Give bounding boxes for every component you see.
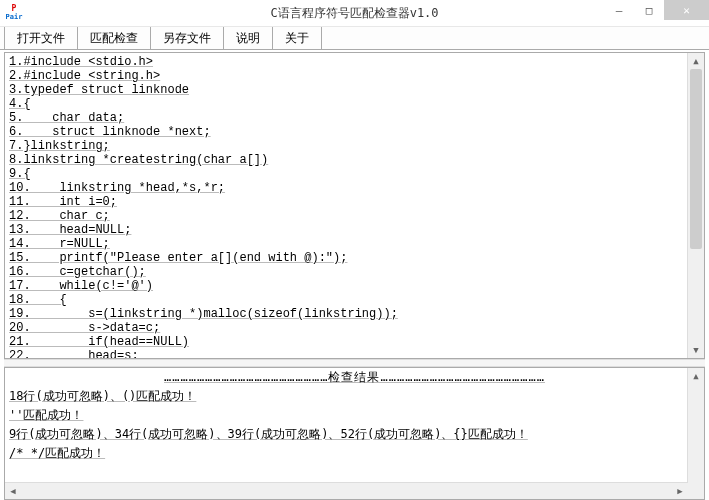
code-line: 4.{ bbox=[9, 97, 700, 111]
result-line: 18行(成功可忽略)、()匹配成功！ bbox=[5, 387, 704, 406]
code-line: 10. linkstring *head,*s,*r; bbox=[9, 181, 700, 195]
scroll-left-icon[interactable]: ◀ bbox=[5, 483, 21, 499]
maximize-button[interactable]: □ bbox=[634, 0, 664, 20]
menu-help[interactable]: 说明 bbox=[224, 27, 273, 49]
code-line: 17. while(c!='@') bbox=[9, 279, 700, 293]
vertical-scrollbar[interactable]: ▲ ▼ bbox=[687, 368, 704, 499]
close-button[interactable]: ✕ bbox=[664, 0, 709, 20]
code-panel: 1.#include <stdio.h>2.#include <string.h… bbox=[4, 52, 705, 359]
menu-check[interactable]: 匹配检查 bbox=[78, 27, 151, 49]
code-line: 7.}linkstring; bbox=[9, 139, 700, 153]
code-area[interactable]: 1.#include <stdio.h>2.#include <string.h… bbox=[5, 53, 704, 359]
scroll-corner bbox=[688, 483, 704, 499]
code-line: 11. int i=0; bbox=[9, 195, 700, 209]
scroll-up-icon[interactable]: ▲ bbox=[688, 368, 704, 384]
title-bar: P Pair C语言程序符号匹配检查器v1.0 — □ ✕ bbox=[0, 0, 709, 27]
code-line: 3.typedef struct linknode bbox=[9, 83, 700, 97]
code-line: 5. char data; bbox=[9, 111, 700, 125]
result-panel: ……………………………………………………检查结果…………………………………………… bbox=[4, 367, 705, 500]
scroll-right-icon[interactable]: ▶ bbox=[672, 483, 688, 499]
window-buttons: — □ ✕ bbox=[604, 0, 709, 20]
result-line: /* */匹配成功！ bbox=[5, 444, 704, 463]
code-line: 2.#include <string.h> bbox=[9, 69, 700, 83]
code-line: 15. printf("Please enter a[](end with @)… bbox=[9, 251, 700, 265]
horizontal-scrollbar[interactable]: ◀ ▶ bbox=[5, 482, 688, 499]
code-line: 8.linkstring *createstring(char a[]) bbox=[9, 153, 700, 167]
code-line: 18. { bbox=[9, 293, 700, 307]
code-line: 20. s->data=c; bbox=[9, 321, 700, 335]
scroll-down-icon[interactable]: ▼ bbox=[688, 342, 704, 358]
scroll-thumb[interactable] bbox=[690, 69, 702, 249]
code-line: 16. c=getchar(); bbox=[9, 265, 700, 279]
result-header: ……………………………………………………检查结果…………………………………………… bbox=[5, 368, 704, 387]
app-icon: P Pair bbox=[6, 5, 22, 21]
code-line: 19. s=(linkstring *)malloc(sizeof(linkst… bbox=[9, 307, 700, 321]
menu-save-as[interactable]: 另存文件 bbox=[151, 27, 224, 49]
code-line: 1.#include <stdio.h> bbox=[9, 55, 700, 69]
menu-open-file[interactable]: 打开文件 bbox=[4, 27, 78, 49]
result-line: 9行(成功可忽略)、34行(成功可忽略)、39行(成功可忽略)、52行(成功可忽… bbox=[5, 425, 704, 444]
scroll-up-icon[interactable]: ▲ bbox=[688, 53, 704, 69]
code-line: 9.{ bbox=[9, 167, 700, 181]
code-line: 13. head=NULL; bbox=[9, 223, 700, 237]
splitter[interactable] bbox=[4, 359, 705, 367]
menu-bar: 打开文件 匹配检查 另存文件 说明 关于 bbox=[0, 27, 709, 50]
menu-about[interactable]: 关于 bbox=[273, 27, 322, 49]
minimize-button[interactable]: — bbox=[604, 0, 634, 20]
code-line: 6. struct linknode *next; bbox=[9, 125, 700, 139]
code-line: 22. head=s; bbox=[9, 349, 700, 359]
result-line: ''匹配成功！ bbox=[5, 406, 704, 425]
code-line: 21. if(head==NULL) bbox=[9, 335, 700, 349]
window-title: C语言程序符号匹配检查器v1.0 bbox=[0, 5, 709, 22]
vertical-scrollbar[interactable]: ▲ ▼ bbox=[687, 53, 704, 358]
code-line: 12. char c; bbox=[9, 209, 700, 223]
code-line: 14. r=NULL; bbox=[9, 237, 700, 251]
